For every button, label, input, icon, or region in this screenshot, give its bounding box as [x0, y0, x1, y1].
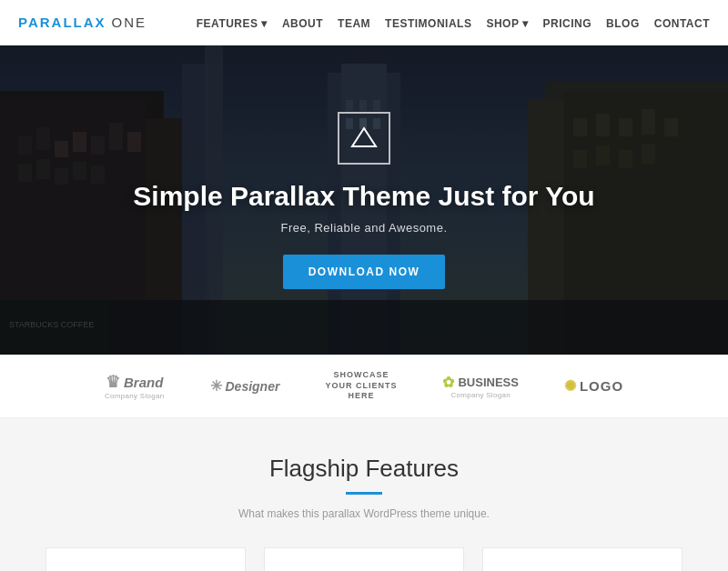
business-slogan: Company Slogan [450, 391, 511, 399]
logo-label: LOGO [580, 378, 623, 394]
nav-item-blog[interactable]: BLOG [606, 15, 640, 31]
sun-icon: ✺ [564, 377, 576, 395]
client-designer: ✳ Designer [210, 377, 280, 395]
hero-content: Simple Parallax Theme Just for You Free,… [133, 112, 594, 289]
star-icon: ✳ [210, 377, 222, 395]
nav-item-team[interactable]: TEAM [338, 15, 370, 31]
feature-card-layout [264, 547, 464, 571]
features-grid [18, 547, 710, 571]
nav-item-pricing[interactable]: PRICING [543, 15, 592, 31]
leaf-icon: ✿ [442, 374, 454, 391]
brand-label: Brand [124, 375, 163, 390]
hero-logo-box [338, 112, 390, 165]
features-subtitle: What makes this parallax WordPress theme… [18, 507, 710, 520]
features-underline [346, 492, 382, 495]
hero-logo-icon [350, 125, 378, 152]
nav-item-testimonials[interactable]: TESTIMONIALS [385, 15, 471, 31]
feature-card-responsive [46, 547, 246, 571]
client-business: ✿ BUSINESS Company Slogan [442, 374, 518, 399]
brand-parallax: PARALLAX [18, 15, 106, 30]
nav-item-shop[interactable]: SHOP ▾ [486, 15, 528, 31]
hero-subtitle: Free, Reliable and Awesome. [133, 221, 594, 235]
nav-item-contact[interactable]: CONTACT [654, 15, 710, 31]
brand-slogan: Company Slogan [105, 392, 165, 400]
clients-bar: ♛ Brand Company Slogan ✳ Designer SHOWCA… [0, 355, 728, 418]
brand-one: ONE [112, 15, 147, 30]
showcase-label: SHOWCASEYOUR CLIENTSHERE [325, 370, 397, 402]
designer-label: Designer [226, 379, 280, 394]
features-title: Flagship Features [18, 455, 710, 483]
features-section: Flagship Features What makes this parall… [0, 418, 728, 571]
client-showcase: SHOWCASEYOUR CLIENTSHERE [325, 370, 397, 402]
download-button[interactable]: DOWNLOAD NOW [283, 255, 446, 289]
brand-logo[interactable]: PARALLAX ONE [18, 13, 147, 32]
crown-icon: ♛ [106, 372, 120, 392]
business-label: BUSINESS [458, 376, 518, 389]
nav-menu: FEATURES ▾ ABOUT TEAM TESTIMONIALS SHOP … [197, 15, 710, 31]
hero-title: Simple Parallax Theme Just for You [133, 181, 594, 212]
feature-card-doc [482, 547, 682, 571]
nav-item-about[interactable]: ABOUT [282, 15, 323, 31]
nav-item-features[interactable]: FEATURES ▾ [197, 15, 268, 31]
client-logo: ✺ LOGO [564, 377, 623, 395]
svg-marker-42 [352, 128, 376, 146]
hero-section: STARBUCKS COFFEE Simple Parallax Theme J… [0, 45, 728, 355]
client-brand: ♛ Brand Company Slogan [105, 372, 165, 400]
navbar: PARALLAX ONE FEATURES ▾ ABOUT TEAM TESTI… [0, 0, 728, 45]
